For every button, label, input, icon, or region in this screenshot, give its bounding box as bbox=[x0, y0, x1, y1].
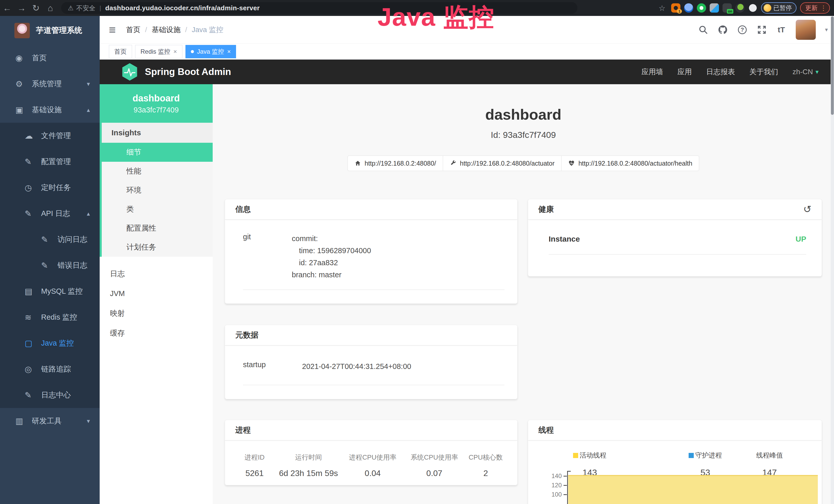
page-url[interactable]: dashboard.yudao.iocoder.cn/infra/admin-s… bbox=[105, 4, 260, 12]
sba-menu-caches[interactable]: 缓存 bbox=[100, 323, 213, 343]
legend-item: 线程峰值 bbox=[733, 451, 806, 460]
bookmark-star-icon[interactable]: ☆ bbox=[659, 4, 665, 13]
sidebar-item-log-center[interactable]: ✎ 日志中心 bbox=[0, 382, 100, 408]
dashboard-icon: ◉ bbox=[16, 53, 32, 63]
tab-home[interactable]: 首页 bbox=[109, 45, 132, 58]
health-card-header: 健康 ↺ bbox=[528, 199, 822, 220]
sidebar-item-infra[interactable]: ▣ 基础设施 ▴ bbox=[0, 97, 100, 123]
sidebar-item-file-manage[interactable]: ☁ 文件管理 bbox=[0, 123, 100, 148]
sba-logo-icon bbox=[121, 63, 138, 81]
sidebar-item-system[interactable]: ⚙ 系统管理 ▾ bbox=[0, 71, 100, 97]
sidebar-item-trace[interactable]: ◎ 链路追踪 bbox=[0, 356, 100, 382]
edit-icon: ✎ bbox=[25, 209, 41, 219]
profile-paused-pill[interactable]: 已暂停 bbox=[761, 2, 796, 14]
sidebar-item-api-log[interactable]: ✎ API 日志 ▴ bbox=[0, 201, 100, 226]
health-url-button[interactable]: http://192.168.0.2:48080/actuator/health bbox=[561, 156, 699, 171]
security-label[interactable]: 不安全 bbox=[76, 4, 95, 12]
java-monitor-icon: ▢ bbox=[25, 338, 41, 348]
browser-home-icon[interactable]: ⌂ bbox=[43, 3, 58, 13]
extension-icon[interactable] bbox=[736, 3, 745, 13]
cell-value: 0.07 bbox=[405, 468, 464, 478]
legend-label: 活动线程 bbox=[580, 451, 607, 460]
sba-menu-details[interactable]: 细节 bbox=[100, 143, 213, 162]
address-divider: | bbox=[100, 4, 101, 12]
github-icon[interactable] bbox=[718, 25, 728, 35]
sba-menu-mappings[interactable]: 映射 bbox=[100, 303, 213, 323]
font-size-icon[interactable]: tT bbox=[776, 25, 787, 35]
service-url-button[interactable]: http://192.168.0.2:48080/ bbox=[348, 156, 443, 171]
metadata-card-title: 元数据 bbox=[235, 330, 258, 340]
extension-icon[interactable]: 1 bbox=[671, 3, 680, 13]
update-label: 更新 bbox=[805, 4, 817, 12]
instance-id: 93a3fc7f7409 bbox=[134, 106, 179, 114]
extension-icon[interactable] bbox=[710, 3, 719, 13]
sidebar-item-error-log[interactable]: ✎ 错误日志 bbox=[0, 252, 100, 278]
sba-nav-applications[interactable]: 应用 bbox=[678, 67, 692, 77]
process-col-sys-cpu: 系统CPU使用率 0.07 bbox=[405, 453, 464, 478]
extension-on-badge: on bbox=[727, 9, 733, 14]
browser-forward-icon[interactable]: → bbox=[14, 3, 29, 13]
extension-icon[interactable]: on bbox=[723, 3, 732, 13]
sba-menu-classes[interactable]: 类 bbox=[102, 200, 213, 219]
sba-menu-metrics[interactable]: 性能 bbox=[102, 162, 213, 181]
y-tick-mark bbox=[564, 476, 567, 477]
sba-nav-about[interactable]: 关于我们 bbox=[749, 67, 778, 77]
sba-menu-scheduled[interactable]: 计划任务 bbox=[102, 238, 213, 257]
table-row: startup 2021-04-27T00:44:31.254+08:00 bbox=[243, 361, 504, 385]
sidebar-item-dev-tools[interactable]: ▥ 研发工具 ▾ bbox=[0, 408, 100, 434]
breadcrumb-infra[interactable]: 基础设施 bbox=[152, 25, 180, 35]
sba-menu-jvm[interactable]: JVM bbox=[100, 284, 213, 303]
hamburger-icon[interactable]: ≡ bbox=[109, 23, 116, 37]
user-avatar[interactable] bbox=[796, 20, 816, 40]
sidebar-item-java-monitor[interactable]: ▢ Java 监控 bbox=[0, 330, 100, 356]
app-logo-row[interactable]: 芋道管理系统 bbox=[0, 16, 100, 45]
sba-menu-configprops[interactable]: 配置属性 bbox=[102, 219, 213, 238]
sidebar-item-home[interactable]: ◉ 首页 bbox=[0, 45, 100, 71]
help-icon[interactable]: ? bbox=[737, 25, 747, 35]
cell-value: 0.04 bbox=[343, 468, 402, 478]
browser-reload-icon[interactable]: ↻ bbox=[29, 3, 43, 13]
metadata-card-header: 元数据 bbox=[225, 325, 517, 346]
legend-item: 守护进程 bbox=[670, 451, 741, 460]
sba-brand[interactable]: Spring Boot Admin bbox=[121, 63, 231, 81]
puzzle-extensions-icon[interactable] bbox=[748, 3, 758, 13]
close-icon[interactable]: × bbox=[173, 48, 177, 55]
tab-label: Java 监控 bbox=[197, 47, 224, 56]
tab-redis-monitor[interactable]: Redis 监控 × bbox=[135, 45, 182, 58]
eye-icon: ◎ bbox=[25, 364, 41, 374]
actuator-url-button[interactable]: http://192.168.0.2:48080/actuator bbox=[443, 156, 562, 171]
page-scrollbar[interactable] bbox=[831, 16, 834, 504]
scrollbar-thumb[interactable] bbox=[831, 17, 834, 115]
sba-locale-select[interactable]: zh-CN ▾ bbox=[793, 68, 818, 76]
history-icon[interactable]: ↺ bbox=[803, 204, 811, 215]
fullscreen-icon[interactable] bbox=[757, 25, 767, 35]
sba-instance-header[interactable]: dashboard 93a3fc7f7409 bbox=[100, 84, 213, 123]
tab-java-monitor[interactable]: Java 监控 × bbox=[185, 45, 236, 58]
browser-back-icon[interactable]: ← bbox=[0, 3, 14, 13]
sba-nav-journal[interactable]: 日志报表 bbox=[706, 67, 735, 77]
extension-icon[interactable] bbox=[697, 3, 706, 13]
sidebar-item-config-manage[interactable]: ✎ 配置管理 bbox=[0, 148, 100, 175]
extension-icon[interactable] bbox=[684, 3, 693, 13]
browser-menu-icon[interactable]: ⋮ bbox=[820, 4, 827, 12]
avatar-caret-icon[interactable]: ▾ bbox=[825, 26, 828, 33]
sba-menu-logfile[interactable]: 日志 bbox=[100, 264, 213, 284]
close-icon[interactable]: × bbox=[227, 48, 231, 55]
sidebar-item-access-log[interactable]: ✎ 访问日志 bbox=[0, 226, 100, 252]
sidebar-item-label: 研发工具 bbox=[32, 416, 62, 426]
legend-label: 线程峰值 bbox=[756, 451, 783, 460]
address-bar[interactable]: ⚠ 不安全 | dashboard.yudao.iocoder.cn/infra… bbox=[61, 2, 577, 14]
search-icon[interactable] bbox=[698, 25, 708, 35]
chevron-down-icon: ▾ bbox=[815, 68, 818, 75]
table-row: Instance UP bbox=[549, 235, 806, 254]
breadcrumb-current: Java 监控 bbox=[192, 25, 223, 35]
sidebar-item-redis-monitor[interactable]: ≋ Redis 监控 bbox=[0, 304, 100, 330]
annotation-java-monitor: Java 监控 bbox=[378, 1, 495, 35]
sidebar-item-scheduled-job[interactable]: ◷ 定时任务 bbox=[0, 175, 100, 201]
sba-nav-wall[interactable]: 应用墙 bbox=[642, 67, 663, 77]
sidebar-item-mysql-monitor[interactable]: ▤ MySQL 监控 bbox=[0, 278, 100, 304]
sba-menu-env[interactable]: 环境 bbox=[102, 181, 213, 200]
breadcrumb-home[interactable]: 首页 bbox=[126, 25, 140, 35]
database-icon: ▤ bbox=[25, 287, 41, 296]
browser-update-button[interactable]: 更新 ⋮ bbox=[800, 2, 830, 14]
